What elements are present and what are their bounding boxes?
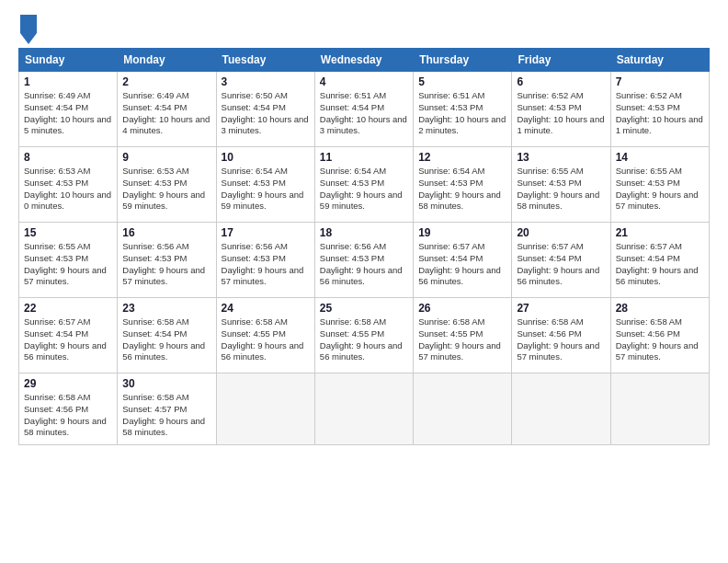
weekday-header-thursday: Thursday bbox=[414, 49, 512, 72]
day-number: 20 bbox=[517, 226, 605, 239]
calendar-cell: 23Sunrise: 6:58 AMSunset: 4:54 PMDayligh… bbox=[118, 298, 216, 373]
day-number: 13 bbox=[517, 151, 605, 164]
day-number: 26 bbox=[418, 302, 506, 315]
day-number: 28 bbox=[616, 302, 704, 315]
day-info: Sunrise: 6:58 AMSunset: 4:56 PMDaylight:… bbox=[24, 392, 112, 439]
day-info: Sunrise: 6:56 AMSunset: 4:53 PMDaylight:… bbox=[122, 241, 210, 288]
weekday-header-monday: Monday bbox=[118, 49, 216, 72]
calendar-cell: 24Sunrise: 6:58 AMSunset: 4:55 PMDayligh… bbox=[216, 298, 314, 373]
day-info: Sunrise: 6:49 AMSunset: 4:54 PMDaylight:… bbox=[122, 90, 210, 137]
day-number: 29 bbox=[24, 377, 112, 390]
day-info: Sunrise: 6:58 AMSunset: 4:54 PMDaylight:… bbox=[122, 316, 210, 363]
day-info: Sunrise: 6:55 AMSunset: 4:53 PMDaylight:… bbox=[517, 166, 605, 213]
calendar-cell: 22Sunrise: 6:57 AMSunset: 4:54 PMDayligh… bbox=[19, 298, 118, 373]
day-number: 1 bbox=[24, 75, 112, 88]
day-info: Sunrise: 6:57 AMSunset: 4:54 PMDaylight:… bbox=[517, 241, 605, 288]
day-info: Sunrise: 6:53 AMSunset: 4:53 PMDaylight:… bbox=[24, 166, 112, 213]
calendar-cell: 7Sunrise: 6:52 AMSunset: 4:53 PMDaylight… bbox=[610, 72, 709, 147]
header bbox=[18, 15, 710, 40]
calendar-cell bbox=[610, 373, 709, 445]
day-number: 8 bbox=[24, 151, 112, 164]
calendar-cell: 9Sunrise: 6:53 AMSunset: 4:53 PMDaylight… bbox=[118, 147, 216, 223]
calendar-cell: 19Sunrise: 6:57 AMSunset: 4:54 PMDayligh… bbox=[414, 223, 512, 298]
calendar-week-2: 8Sunrise: 6:53 AMSunset: 4:53 PMDaylight… bbox=[19, 147, 710, 223]
calendar-cell: 28Sunrise: 6:58 AMSunset: 4:56 PMDayligh… bbox=[610, 298, 709, 373]
day-info: Sunrise: 6:58 AMSunset: 4:56 PMDaylight:… bbox=[517, 316, 605, 363]
day-info: Sunrise: 6:55 AMSunset: 4:53 PMDaylight:… bbox=[616, 166, 704, 213]
day-number: 11 bbox=[320, 151, 408, 164]
weekday-header-tuesday: Tuesday bbox=[216, 49, 314, 72]
calendar-cell: 18Sunrise: 6:56 AMSunset: 4:53 PMDayligh… bbox=[314, 223, 413, 298]
day-number: 5 bbox=[418, 75, 506, 88]
day-number: 25 bbox=[320, 302, 408, 315]
calendar-cell: 2Sunrise: 6:49 AMSunset: 4:54 PMDaylight… bbox=[118, 72, 216, 147]
calendar-cell: 17Sunrise: 6:56 AMSunset: 4:53 PMDayligh… bbox=[216, 223, 314, 298]
day-number: 14 bbox=[616, 151, 704, 164]
day-number: 22 bbox=[24, 302, 112, 315]
calendar-cell: 26Sunrise: 6:58 AMSunset: 4:55 PMDayligh… bbox=[414, 298, 512, 373]
calendar-week-1: 1Sunrise: 6:49 AMSunset: 4:54 PMDaylight… bbox=[19, 72, 710, 147]
calendar-cell: 3Sunrise: 6:50 AMSunset: 4:54 PMDaylight… bbox=[216, 72, 314, 147]
calendar-cell: 15Sunrise: 6:55 AMSunset: 4:53 PMDayligh… bbox=[19, 223, 118, 298]
day-number: 3 bbox=[222, 75, 310, 88]
day-info: Sunrise: 6:50 AMSunset: 4:54 PMDaylight:… bbox=[222, 90, 310, 137]
day-number: 21 bbox=[616, 226, 704, 239]
calendar-cell: 29Sunrise: 6:58 AMSunset: 4:56 PMDayligh… bbox=[19, 373, 118, 445]
calendar-cell: 14Sunrise: 6:55 AMSunset: 4:53 PMDayligh… bbox=[610, 147, 709, 223]
day-info: Sunrise: 6:54 AMSunset: 4:53 PMDaylight:… bbox=[222, 166, 310, 213]
day-info: Sunrise: 6:58 AMSunset: 4:55 PMDaylight:… bbox=[320, 316, 408, 363]
calendar-cell: 13Sunrise: 6:55 AMSunset: 4:53 PMDayligh… bbox=[512, 147, 610, 223]
day-info: Sunrise: 6:51 AMSunset: 4:54 PMDaylight:… bbox=[320, 90, 408, 137]
calendar-cell: 27Sunrise: 6:58 AMSunset: 4:56 PMDayligh… bbox=[512, 298, 610, 373]
logo-icon bbox=[20, 15, 35, 40]
calendar-cell: 8Sunrise: 6:53 AMSunset: 4:53 PMDaylight… bbox=[19, 147, 118, 223]
calendar-cell: 6Sunrise: 6:52 AMSunset: 4:53 PMDaylight… bbox=[512, 72, 610, 147]
day-number: 12 bbox=[418, 151, 506, 164]
calendar-cell: 4Sunrise: 6:51 AMSunset: 4:54 PMDaylight… bbox=[314, 72, 413, 147]
day-number: 19 bbox=[418, 226, 506, 239]
calendar-cell: 20Sunrise: 6:57 AMSunset: 4:54 PMDayligh… bbox=[512, 223, 610, 298]
day-number: 27 bbox=[517, 302, 605, 315]
calendar-week-3: 15Sunrise: 6:55 AMSunset: 4:53 PMDayligh… bbox=[19, 223, 710, 298]
day-info: Sunrise: 6:58 AMSunset: 4:57 PMDaylight:… bbox=[122, 392, 210, 439]
logo bbox=[18, 15, 35, 40]
day-number: 16 bbox=[122, 226, 210, 239]
day-number: 9 bbox=[122, 151, 210, 164]
calendar-cell: 11Sunrise: 6:54 AMSunset: 4:53 PMDayligh… bbox=[314, 147, 413, 223]
calendar-cell bbox=[414, 373, 512, 445]
calendar-cell bbox=[314, 373, 413, 445]
day-info: Sunrise: 6:57 AMSunset: 4:54 PMDaylight:… bbox=[616, 241, 704, 288]
day-info: Sunrise: 6:56 AMSunset: 4:53 PMDaylight:… bbox=[320, 241, 408, 288]
calendar-week-5: 29Sunrise: 6:58 AMSunset: 4:56 PMDayligh… bbox=[19, 373, 710, 445]
weekday-header-saturday: Saturday bbox=[610, 49, 709, 72]
calendar-cell: 21Sunrise: 6:57 AMSunset: 4:54 PMDayligh… bbox=[610, 223, 709, 298]
day-number: 30 bbox=[122, 377, 210, 390]
day-number: 18 bbox=[320, 226, 408, 239]
day-number: 23 bbox=[122, 302, 210, 315]
day-number: 24 bbox=[222, 302, 310, 315]
calendar-cell: 25Sunrise: 6:58 AMSunset: 4:55 PMDayligh… bbox=[314, 298, 413, 373]
calendar-week-4: 22Sunrise: 6:57 AMSunset: 4:54 PMDayligh… bbox=[19, 298, 710, 373]
weekday-header-wednesday: Wednesday bbox=[314, 49, 413, 72]
day-number: 17 bbox=[222, 226, 310, 239]
day-info: Sunrise: 6:52 AMSunset: 4:53 PMDaylight:… bbox=[517, 90, 605, 137]
page: SundayMondayTuesdayWednesdayThursdayFrid… bbox=[0, 0, 728, 563]
day-number: 2 bbox=[122, 75, 210, 88]
day-info: Sunrise: 6:52 AMSunset: 4:53 PMDaylight:… bbox=[616, 90, 704, 137]
calendar-cell: 12Sunrise: 6:54 AMSunset: 4:53 PMDayligh… bbox=[414, 147, 512, 223]
day-number: 10 bbox=[222, 151, 310, 164]
day-number: 6 bbox=[517, 75, 605, 88]
weekday-header-friday: Friday bbox=[512, 49, 610, 72]
day-info: Sunrise: 6:54 AMSunset: 4:53 PMDaylight:… bbox=[418, 166, 506, 213]
day-info: Sunrise: 6:49 AMSunset: 4:54 PMDaylight:… bbox=[24, 90, 112, 137]
calendar-cell: 5Sunrise: 6:51 AMSunset: 4:53 PMDaylight… bbox=[414, 72, 512, 147]
day-info: Sunrise: 6:54 AMSunset: 4:53 PMDaylight:… bbox=[320, 166, 408, 213]
day-info: Sunrise: 6:57 AMSunset: 4:54 PMDaylight:… bbox=[24, 316, 112, 363]
calendar-cell: 16Sunrise: 6:56 AMSunset: 4:53 PMDayligh… bbox=[118, 223, 216, 298]
day-info: Sunrise: 6:58 AMSunset: 4:55 PMDaylight:… bbox=[418, 316, 506, 363]
day-info: Sunrise: 6:53 AMSunset: 4:53 PMDaylight:… bbox=[122, 166, 210, 213]
day-info: Sunrise: 6:51 AMSunset: 4:53 PMDaylight:… bbox=[418, 90, 506, 137]
calendar-cell bbox=[512, 373, 610, 445]
calendar-cell bbox=[216, 373, 314, 445]
day-info: Sunrise: 6:55 AMSunset: 4:53 PMDaylight:… bbox=[24, 241, 112, 288]
